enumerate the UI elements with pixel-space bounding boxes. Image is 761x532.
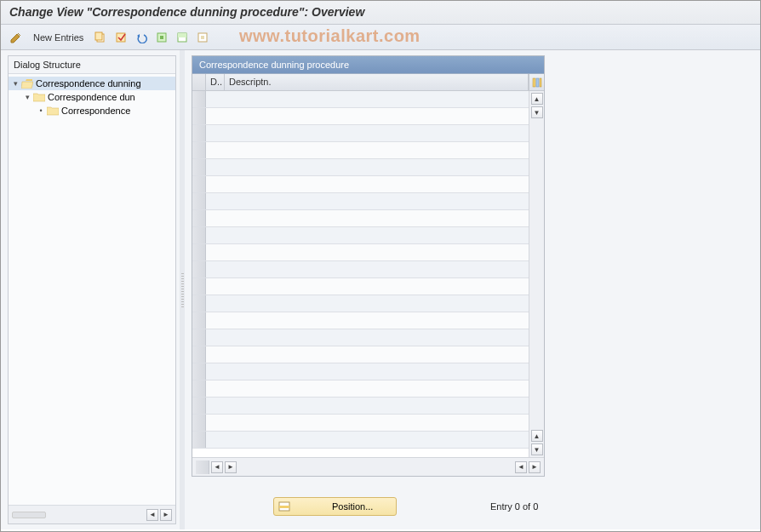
dialog-structure-panel: Dialog Structure ▾ Correspondence dunnin… xyxy=(1,50,180,529)
grid-footer-selector xyxy=(196,460,209,474)
svg-rect-11 xyxy=(540,78,541,87)
scroll-up-button[interactable]: ▲ xyxy=(531,93,543,105)
main-area: Dialog Structure ▾ Correspondence dunnin… xyxy=(1,50,760,529)
grid-footer: ◄ ► ◄ ► xyxy=(192,457,544,476)
tree-node-label: Correspondence dunning xyxy=(36,78,141,89)
scroll-right-button[interactable]: ► xyxy=(160,509,172,521)
svg-rect-1 xyxy=(95,32,102,40)
position-button[interactable]: Position... xyxy=(273,497,397,516)
svg-rect-6 xyxy=(178,33,186,37)
tree-node-label: Correspondence dun xyxy=(48,92,135,102)
toggle-edit-icon[interactable] xyxy=(8,29,25,46)
svg-rect-8 xyxy=(201,36,204,39)
svg-rect-10 xyxy=(536,78,539,87)
new-entries-button[interactable]: New Entries xyxy=(28,31,89,44)
grid-scroll-right-small-button[interactable]: ► xyxy=(225,461,237,473)
undo-icon[interactable] xyxy=(133,29,150,46)
svg-rect-5 xyxy=(178,33,186,42)
scroll-down-button[interactable]: ▼ xyxy=(531,443,543,455)
grid-scroll-left-button[interactable]: ◄ xyxy=(211,461,223,473)
scroll-left-button[interactable]: ◄ xyxy=(146,509,158,521)
svg-rect-2 xyxy=(117,33,125,42)
svg-rect-12 xyxy=(279,502,289,511)
row-selector-header[interactable] xyxy=(192,74,206,90)
sidebar-footer: ◄ ► xyxy=(9,505,175,523)
svg-rect-3 xyxy=(157,33,166,42)
select-all-icon[interactable] xyxy=(153,29,170,46)
configure-columns-icon[interactable] xyxy=(529,74,544,90)
scroll-up-small-button[interactable]: ▲ xyxy=(531,430,543,442)
scroll-down-small-button[interactable]: ▼ xyxy=(531,106,543,118)
svg-rect-9 xyxy=(533,78,535,87)
dialog-structure-title: Dialog Structure xyxy=(9,56,175,74)
entry-counter: Entry 0 of 0 xyxy=(490,501,538,512)
svg-rect-13 xyxy=(279,506,289,508)
copy-as-icon[interactable] xyxy=(92,29,109,46)
tree-node-label: Correspondence xyxy=(61,106,130,116)
folder-icon xyxy=(47,106,59,116)
page-title: Change View "Correspondence dunning proc… xyxy=(1,1,760,25)
select-block-icon[interactable] xyxy=(174,29,191,46)
deselect-all-icon[interactable] xyxy=(194,29,211,46)
resize-grip[interactable] xyxy=(12,512,46,518)
column-header-description[interactable]: Descriptn. xyxy=(225,74,529,90)
grid-title: Correspondence dunning procedure xyxy=(192,56,544,74)
position-icon xyxy=(278,500,291,513)
grid-scroll-left-small-button[interactable]: ◄ xyxy=(515,461,527,473)
tree-node-child1[interactable]: ▾ Correspondence dun xyxy=(9,90,175,104)
svg-rect-4 xyxy=(160,36,163,39)
expand-arrow-icon[interactable]: ▾ xyxy=(12,79,19,88)
position-button-label: Position... xyxy=(332,501,373,512)
horizontal-scroll-track[interactable] xyxy=(238,461,512,473)
folder-icon xyxy=(33,93,45,102)
bottom-bar: Position... Entry 0 of 0 xyxy=(273,497,538,516)
vertical-scrollbar[interactable]: ▲ ▼ ▲ ▼ xyxy=(529,91,544,457)
svg-rect-7 xyxy=(198,33,207,42)
watermark-text: www.tutorialkart.com xyxy=(239,26,421,46)
grid-scroll-right-button[interactable]: ► xyxy=(529,461,541,473)
folder-open-icon xyxy=(21,79,33,89)
dialog-structure-tree: ▾ Correspondence dunning ▾ Correspondenc… xyxy=(9,74,175,505)
grid-header: D.. Descriptn. xyxy=(192,74,544,91)
tree-node-child2[interactable]: • Correspondence xyxy=(9,104,175,117)
content-area: Correspondence dunning procedure D.. Des… xyxy=(185,50,760,529)
grid-rows[interactable] xyxy=(192,91,529,457)
delete-icon[interactable] xyxy=(112,29,129,46)
bullet-icon: • xyxy=(37,106,44,115)
tree-node-root[interactable]: ▾ Correspondence dunning xyxy=(9,77,175,90)
column-header-d[interactable]: D.. xyxy=(206,74,225,90)
svg-rect-0 xyxy=(97,34,104,42)
data-grid: Correspondence dunning procedure D.. Des… xyxy=(192,55,545,477)
toolbar: New Entries www.tutorialkart.com xyxy=(1,25,760,50)
expand-arrow-icon[interactable]: ▾ xyxy=(24,93,31,101)
